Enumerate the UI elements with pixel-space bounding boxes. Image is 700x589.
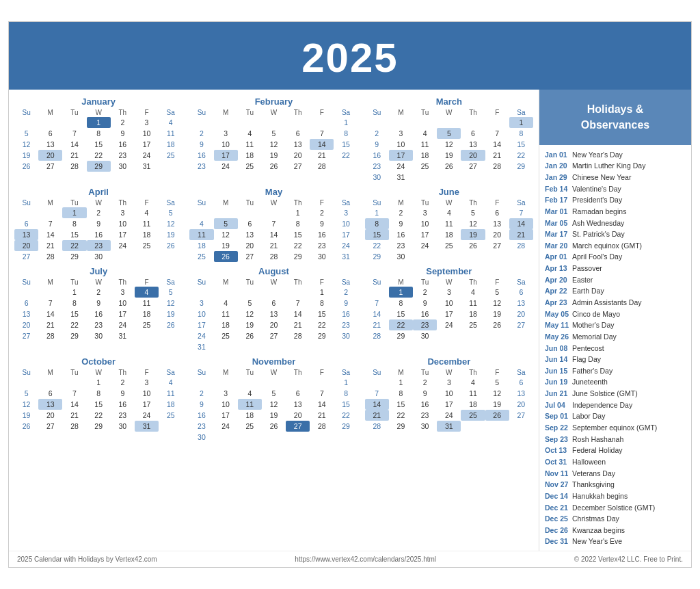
- day-cell: 1: [87, 377, 111, 388]
- day-header-tu: Tu: [238, 108, 262, 117]
- day-cell: 25: [214, 330, 238, 341]
- month-title: October: [14, 356, 183, 367]
- day-cell: 12: [461, 218, 485, 229]
- day-cell: 22: [310, 319, 334, 330]
- day-cell: [334, 341, 358, 352]
- day-cell: 20: [38, 150, 62, 161]
- day-cell: 16: [189, 410, 213, 421]
- day-cell: 18: [238, 150, 262, 161]
- day-cell: 7: [38, 298, 62, 309]
- day-cell: 20: [485, 229, 509, 240]
- holiday-date: Oct 13: [545, 446, 572, 456]
- day-cell: [135, 251, 159, 262]
- year-label: 2025: [301, 35, 398, 81]
- holiday-date: Apr 20: [545, 276, 572, 285]
- day-header-th: Th: [461, 108, 485, 117]
- holiday-name: Ramadan begins: [572, 207, 626, 217]
- day-cell: [214, 117, 238, 128]
- day-header-w: W: [262, 108, 286, 117]
- day-cell: [461, 172, 485, 183]
- day-cell: 22: [334, 410, 358, 421]
- day-cell: 10: [214, 139, 238, 150]
- sidebar-item: Jan 20Martin Luther King Day: [545, 161, 686, 172]
- day-cell: 1: [62, 287, 86, 298]
- day-cell: 4: [437, 207, 461, 218]
- sidebar-item: Dec 26Kwanzaa begins: [545, 525, 686, 536]
- month-august: AugustSuMTuWThFSa12345678910111213141516…: [189, 266, 358, 352]
- day-cell: 18: [214, 319, 238, 330]
- day-cell: 8: [509, 128, 533, 139]
- holiday-name: April Fool's Day: [572, 252, 622, 262]
- day-cell: 15: [62, 229, 86, 240]
- day-cell: 2: [310, 207, 334, 218]
- day-cell: [509, 172, 533, 183]
- day-cell: 26: [485, 319, 509, 330]
- day-cell: [310, 117, 334, 128]
- day-cell: 11: [238, 139, 262, 150]
- day-cell: [262, 432, 286, 443]
- day-header-tu: Tu: [62, 368, 86, 377]
- holiday-date: Jun 19: [545, 378, 572, 387]
- day-cell: [310, 432, 334, 443]
- day-cell: [159, 421, 183, 432]
- day-cell: 10: [437, 298, 461, 309]
- day-cell: [62, 377, 86, 388]
- day-cell: 23: [87, 240, 111, 251]
- day-cell: 10: [334, 218, 358, 229]
- day-cell: 30: [365, 172, 389, 183]
- footer: 2025 Calendar with Holidays by Vertex42.…: [9, 551, 691, 567]
- day-cell: 2: [389, 207, 413, 218]
- day-header-m: M: [389, 108, 413, 117]
- day-cell: 11: [159, 388, 183, 399]
- day-cell: 21: [485, 150, 509, 161]
- day-cell: 16: [87, 309, 111, 319]
- holiday-date: Jan 29: [545, 173, 572, 183]
- day-cell: 15: [365, 229, 389, 240]
- day-cell: 24: [413, 240, 437, 251]
- day-header-th: Th: [111, 368, 135, 377]
- sidebar-item: Oct 13Federal Holiday: [545, 445, 686, 457]
- sidebar-item: Apr 13Passover: [545, 263, 686, 275]
- month-title: May: [189, 187, 358, 197]
- day-cell: 25: [461, 410, 485, 421]
- day-cell: 8: [286, 218, 310, 229]
- day-cell: 15: [87, 399, 111, 410]
- day-cell: 2: [413, 377, 437, 388]
- day-header-m: M: [38, 278, 62, 287]
- day-header-f: F: [485, 108, 509, 117]
- day-cell: 20: [38, 410, 62, 421]
- day-cell: 18: [159, 399, 183, 410]
- day-cell: 1: [365, 207, 389, 218]
- day-cell: 13: [238, 229, 262, 240]
- day-cell: 4: [135, 207, 159, 218]
- day-cell: 6: [14, 218, 38, 229]
- day-cell: 15: [334, 139, 358, 150]
- day-cell: [262, 117, 286, 128]
- day-header-f: F: [485, 198, 509, 207]
- month-table: SuMTuWThFSa12345678910111213141516171819…: [365, 278, 533, 341]
- day-header-su: Su: [14, 368, 38, 377]
- day-cell: 8: [334, 388, 358, 399]
- day-cell: 15: [389, 399, 413, 410]
- day-cell: 18: [437, 229, 461, 240]
- footer-right: © 2022 Vertex42 LLC. Free to Print.: [574, 555, 683, 563]
- day-cell: 4: [461, 287, 485, 298]
- holiday-name: December Solstice (GMT): [572, 503, 655, 513]
- day-header-su: Su: [189, 198, 213, 207]
- day-cell: 7: [38, 218, 62, 229]
- holiday-date: Jul 04: [545, 401, 572, 410]
- day-cell: 23: [334, 319, 358, 330]
- holiday-date: Jun 08: [545, 344, 572, 354]
- holiday-name: Pentecost: [572, 344, 604, 354]
- calendar-area: JanuarySuMTuWThFSa1234567891011121314151…: [9, 90, 539, 550]
- day-cell: 29: [62, 251, 86, 262]
- holiday-date: Mar 20: [545, 241, 572, 251]
- day-cell: 25: [238, 421, 262, 432]
- day-cell: 11: [437, 218, 461, 229]
- day-cell: [334, 161, 358, 172]
- day-cell: 28: [485, 161, 509, 172]
- holiday-date: Sep 01: [545, 412, 572, 421]
- day-cell: 15: [310, 309, 334, 319]
- holiday-date: Dec 14: [545, 492, 572, 501]
- day-cell: 10: [437, 388, 461, 399]
